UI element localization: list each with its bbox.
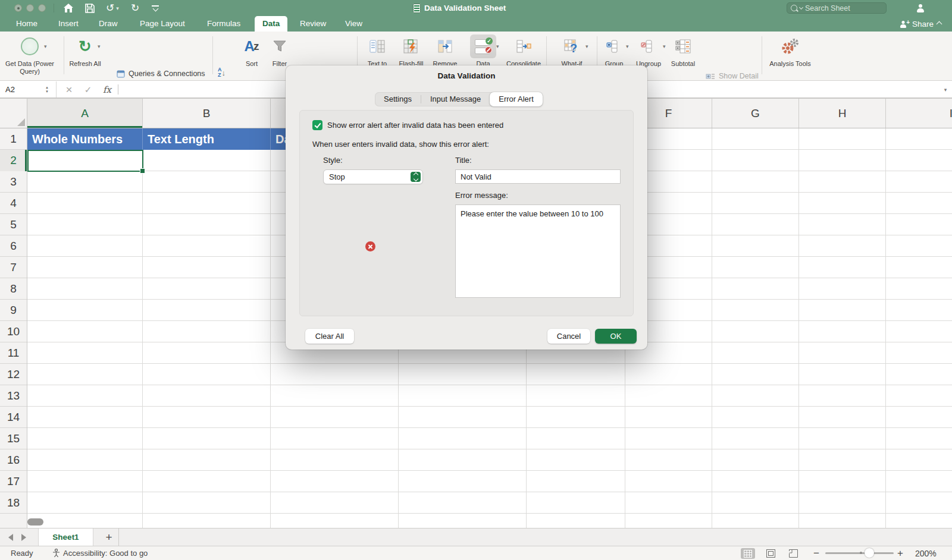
row-header-7[interactable]: 7 (0, 257, 27, 278)
row-header-10[interactable]: 10 (0, 321, 27, 342)
column-header-g[interactable]: G (712, 99, 799, 128)
ok-button[interactable]: OK (595, 329, 637, 344)
filter-button[interactable]: Filter (267, 34, 293, 68)
sort-button[interactable]: Az Sort (238, 34, 265, 68)
row-header-18[interactable]: 18 (0, 492, 27, 514)
tab-input-message[interactable]: Input Message (421, 92, 490, 106)
name-box-stepper[interactable]: ▲ ▼ (43, 83, 51, 96)
share-button[interactable]: + Share (899, 16, 941, 32)
ungroup-button[interactable]: ▾ Ungroup (632, 34, 665, 68)
get-data-button[interactable]: ▾ Get Data (Power Query) (1, 34, 58, 75)
error-message-field[interactable]: Please enter the value between 10 to 100 (455, 205, 621, 298)
sort-asc-button[interactable]: AZ ↓ (218, 67, 237, 78)
analysis-tools-button[interactable]: Analysis Tools (769, 34, 812, 68)
row-header-16[interactable]: 16 (0, 449, 27, 471)
customize-toolbar-button[interactable] (152, 0, 159, 16)
data-validation-button[interactable]: ✓ ▾ Data (466, 34, 500, 68)
row-header-13[interactable]: 13 (0, 385, 27, 407)
tab-settings[interactable]: Settings (375, 92, 421, 106)
tab-formulas[interactable]: Formulas (199, 16, 248, 32)
undo-button[interactable]: ↺ ▾ (106, 0, 119, 16)
ungroup-caret-icon[interactable]: ▾ (663, 43, 666, 49)
group-caret-icon[interactable]: ▾ (626, 43, 629, 49)
remove-duplicates-button[interactable]: Remove (430, 34, 461, 68)
sheet-tab-sheet1[interactable]: Sheet1 (38, 528, 93, 546)
style-dropdown[interactable]: Stop (323, 169, 423, 184)
close-window-button[interactable] (14, 4, 22, 12)
page-break-view-button[interactable] (786, 548, 800, 559)
collapse-ribbon-icon[interactable] (937, 21, 942, 27)
zoom-slider-thumb[interactable] (865, 548, 874, 558)
select-all-corner[interactable] (0, 99, 27, 128)
horizontal-scrollbar-thumb[interactable] (27, 518, 43, 526)
tab-draw[interactable]: Draw (91, 16, 126, 32)
title-field[interactable]: Not Valid (455, 169, 621, 184)
text-to-columns-button[interactable]: Text to (361, 34, 393, 68)
row-header-9[interactable]: 9 (0, 300, 27, 321)
add-sheet-button[interactable]: + (100, 528, 118, 546)
tab-page-layout[interactable]: Page Layout (132, 16, 193, 32)
row-header-2[interactable]: 2 (0, 150, 27, 171)
what-if-caret-icon[interactable]: ▾ (585, 43, 588, 49)
group-button[interactable]: ▾ Group (600, 34, 628, 68)
tab-view[interactable]: View (337, 16, 370, 32)
row-header-11[interactable]: 11 (0, 342, 27, 364)
show-error-alert-checkbox[interactable] (312, 120, 322, 130)
row-header-12[interactable]: 12 (0, 364, 27, 385)
cell-b1[interactable]: Text Length (143, 128, 271, 150)
row-header-5[interactable]: 5 (0, 214, 27, 235)
tab-data[interactable]: Data (255, 16, 287, 32)
cancel-button[interactable]: Cancel (547, 329, 590, 344)
selected-cell-a2[interactable] (27, 150, 143, 172)
column-header-a[interactable]: A (27, 99, 143, 128)
redo-button[interactable]: ↻ (131, 0, 139, 16)
row-header-6[interactable]: 6 (0, 235, 27, 257)
subtotal-button[interactable]: Subtotal (668, 34, 699, 68)
row-header-4[interactable]: 4 (0, 193, 27, 214)
minimize-window-button[interactable] (26, 4, 34, 12)
cell-a1[interactable]: Whole Numbers (27, 128, 143, 150)
clear-all-button[interactable]: Clear All (305, 329, 354, 344)
row-header-15[interactable]: 15 (0, 428, 27, 449)
tab-error-alert[interactable]: Error Alert (490, 92, 543, 106)
next-sheet-icon[interactable] (21, 534, 26, 541)
what-if-button[interactable]: ? ▾ What-if (552, 34, 591, 68)
row-header-8[interactable]: 8 (0, 278, 27, 300)
column-header-i[interactable]: I (886, 99, 952, 128)
insert-function-button[interactable]: fx (100, 81, 114, 97)
tab-home[interactable]: Home (8, 16, 45, 32)
search-input[interactable]: Search Sheet (787, 2, 887, 14)
queries-connections-button[interactable]: Queries & Connections (117, 66, 205, 81)
get-data-caret-icon[interactable]: ▾ (44, 43, 47, 49)
row-header-1[interactable]: 1 (0, 128, 27, 150)
page-layout-view-button[interactable] (763, 548, 778, 559)
data-validation-caret-icon[interactable]: ▾ (496, 43, 499, 49)
refresh-caret-icon[interactable]: ▾ (98, 43, 101, 49)
accessibility-icon (52, 549, 60, 558)
zoom-window-button[interactable] (38, 4, 46, 12)
account-button[interactable] (916, 0, 925, 16)
flash-fill-button[interactable]: Flash-fill (394, 34, 428, 68)
column-header-h[interactable]: H (799, 99, 886, 128)
row-header-14[interactable]: 14 (0, 407, 27, 428)
zoom-in-button[interactable]: + (897, 546, 903, 560)
row-header-17[interactable]: 17 (0, 471, 27, 492)
fill-handle[interactable] (140, 168, 145, 174)
consolidate-button[interactable]: Consolidate (503, 34, 544, 68)
prev-sheet-icon[interactable] (8, 534, 13, 541)
stepper-up-icon[interactable]: ▲ (45, 86, 49, 90)
tab-review[interactable]: Review (292, 16, 334, 32)
refresh-all-button[interactable]: ↻ ▾ Refresh All (67, 34, 104, 68)
column-header-b[interactable]: B (143, 99, 271, 128)
tab-insert[interactable]: Insert (51, 16, 86, 32)
formula-bar-expand-button[interactable]: ▾ (940, 81, 951, 97)
formula-cancel-button[interactable]: × (62, 81, 76, 97)
normal-view-button[interactable] (741, 548, 755, 559)
undo-caret-icon[interactable]: ▾ (116, 5, 119, 11)
stepper-down-icon[interactable]: ▼ (45, 90, 49, 94)
formula-confirm-button[interactable]: ✓ (81, 81, 95, 97)
save-button[interactable] (85, 0, 95, 16)
row-header-3[interactable]: 3 (0, 171, 27, 193)
zoom-out-button[interactable]: − (813, 546, 819, 560)
home-button[interactable] (63, 0, 74, 16)
